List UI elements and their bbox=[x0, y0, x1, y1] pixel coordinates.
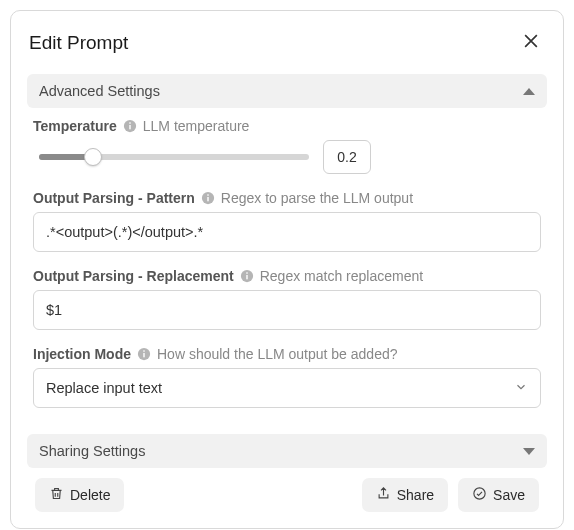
temperature-help: LLM temperature bbox=[143, 118, 250, 134]
share-icon bbox=[376, 486, 391, 504]
injection-mode-help: How should the LLM output be added? bbox=[157, 346, 398, 362]
advanced-settings-label: Advanced Settings bbox=[39, 83, 160, 99]
output-replacement-label: Output Parsing - Replacement bbox=[33, 268, 234, 284]
check-icon bbox=[472, 486, 487, 504]
info-icon bbox=[123, 119, 137, 133]
injection-mode-value: Replace input text bbox=[46, 380, 162, 396]
edit-prompt-modal: Edit Prompt Advanced Settings Temperatur… bbox=[10, 10, 564, 529]
svg-rect-8 bbox=[246, 272, 247, 273]
output-replacement-input-wrapper bbox=[33, 290, 541, 330]
info-icon bbox=[240, 269, 254, 283]
info-icon bbox=[137, 347, 151, 361]
delete-button[interactable]: Delete bbox=[35, 478, 124, 512]
trash-icon bbox=[49, 486, 64, 504]
svg-rect-1 bbox=[129, 125, 130, 129]
output-pattern-help: Regex to parse the LLM output bbox=[221, 190, 413, 206]
modal-footer: Delete Share Save bbox=[27, 478, 547, 514]
svg-rect-4 bbox=[207, 197, 208, 201]
advanced-settings-panel: Temperature LLM temperature bbox=[27, 118, 547, 424]
temperature-label: Temperature bbox=[33, 118, 117, 134]
svg-point-12 bbox=[474, 488, 485, 499]
save-button[interactable]: Save bbox=[458, 478, 539, 512]
svg-rect-10 bbox=[143, 353, 144, 357]
sharing-settings-label: Sharing Settings bbox=[39, 443, 145, 459]
chevron-down-icon bbox=[514, 380, 528, 397]
svg-rect-5 bbox=[207, 194, 208, 195]
output-pattern-input-wrapper bbox=[33, 212, 541, 252]
output-pattern-field: Output Parsing - Pattern Regex to parse … bbox=[33, 190, 541, 252]
output-pattern-input[interactable] bbox=[46, 224, 528, 240]
chevron-up-icon bbox=[523, 88, 535, 95]
advanced-settings-header[interactable]: Advanced Settings bbox=[27, 74, 547, 108]
close-button[interactable] bbox=[517, 27, 545, 58]
injection-mode-field: Injection Mode How should the LLM output… bbox=[33, 346, 541, 408]
temperature-field: Temperature LLM temperature bbox=[33, 118, 541, 174]
share-button[interactable]: Share bbox=[362, 478, 448, 512]
output-replacement-field: Output Parsing - Replacement Regex match… bbox=[33, 268, 541, 330]
svg-rect-2 bbox=[129, 122, 130, 123]
output-replacement-help: Regex match replacement bbox=[260, 268, 423, 284]
delete-label: Delete bbox=[70, 487, 110, 503]
share-label: Share bbox=[397, 487, 434, 503]
output-pattern-label: Output Parsing - Pattern bbox=[33, 190, 195, 206]
save-label: Save bbox=[493, 487, 525, 503]
injection-mode-label: Injection Mode bbox=[33, 346, 131, 362]
modal-body: Advanced Settings Temperature LLM temper… bbox=[11, 70, 563, 528]
modal-header: Edit Prompt bbox=[11, 11, 563, 70]
injection-mode-select[interactable]: Replace input text bbox=[33, 368, 541, 408]
svg-rect-7 bbox=[246, 275, 247, 279]
chevron-down-icon bbox=[523, 448, 535, 455]
svg-rect-11 bbox=[143, 350, 144, 351]
output-replacement-input[interactable] bbox=[46, 302, 528, 318]
info-icon bbox=[201, 191, 215, 205]
slider-thumb[interactable] bbox=[84, 148, 102, 166]
temperature-input[interactable] bbox=[323, 140, 371, 174]
temperature-slider[interactable] bbox=[39, 154, 309, 160]
close-icon bbox=[521, 31, 541, 54]
modal-title: Edit Prompt bbox=[29, 32, 128, 54]
sharing-settings-header[interactable]: Sharing Settings bbox=[27, 434, 547, 468]
